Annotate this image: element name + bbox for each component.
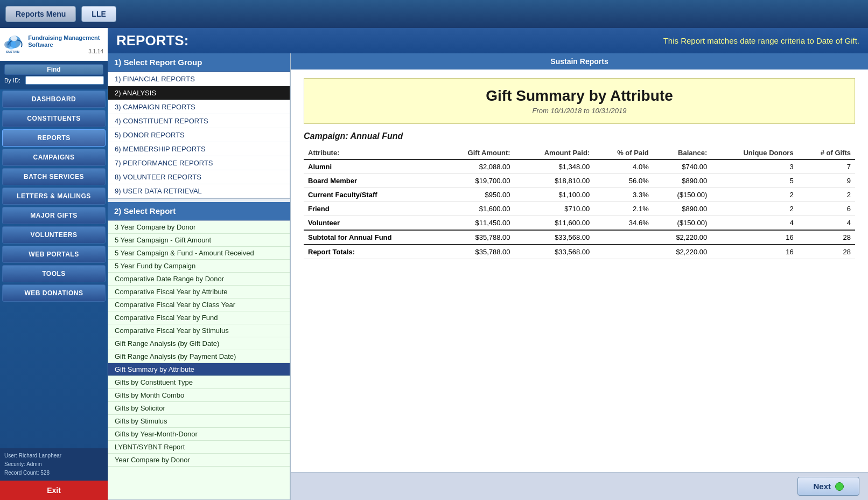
report-gifts-month[interactable]: Gifts by Month Combo [108,389,290,402]
report-5-year-fund-campaign[interactable]: 5 Year Fund by Campaign [108,260,290,273]
report-5-year-gift[interactable]: 5 Year Campaign - Gift Amount [108,234,290,247]
record-count-value: 528 [40,470,50,476]
logo-text: Fundraising Management Software [28,34,103,48]
bottom-bar: Next [291,472,868,500]
col-gift-amount: Gift Amount: [439,147,515,159]
sidebar-item-volunteers[interactable]: VOLUNTEERS [2,226,106,244]
col-amount-paid: Amount Paid: [515,147,594,159]
group-volunteer[interactable]: 8) VOLUNTEER REPORTS [108,170,290,184]
report-3-year[interactable]: 3 Year Compare by Donor [108,221,290,234]
cell-gift-amount: $2,088.00 [439,159,515,174]
cell-attribute: Alumni [304,159,439,174]
sidebar-item-letters-mailings[interactable]: LETTERS & MAILINGS [2,188,106,205]
cell-gift-amount: $11,450.00 [439,216,515,231]
sidebar-item-batch-services[interactable]: BATCH SERVICES [2,168,106,185]
group-membership[interactable]: 6) MEMBERSHIP REPORTS [108,142,290,156]
subtotal-pct-paid [594,230,653,245]
report-lybnt[interactable]: LYBNT/SYBNT Report [108,441,290,454]
sidebar-item-major-gifts[interactable]: MAJOR GIFTS [2,207,106,224]
cell-balance: $890.00 [653,174,712,188]
cell-unique-donors: 5 [711,174,797,188]
sidebar-item-web-donations[interactable]: WEB DONATIONS [2,284,106,302]
find-button[interactable]: Find [4,64,103,75]
cell-pct-paid: 2.1% [594,202,653,216]
group-performance[interactable]: 7) PERFORMANCE REPORTS [108,156,290,170]
report-comparative-fy-stimulus[interactable]: Comparative Fiscal Year by Stimulus [108,324,290,337]
cell-attribute: Current Faculty/Staff [304,188,439,202]
select-report-header: 2) Select Report [108,202,290,220]
group-analysis[interactable]: 2) ANALYSIS [108,86,290,100]
top-bar: Reports Menu LLE [0,0,868,28]
sidebar-item-web-portals[interactable]: WEB PORTALS [2,246,106,263]
security-value: Admin [26,461,41,467]
group-constituent[interactable]: 4) CONSTITUENT REPORTS [108,114,290,128]
subtotal-unique-donors: 16 [711,230,797,245]
report-comparative-fy-class[interactable]: Comparative Fiscal Year by Class Year [108,298,290,311]
cell-balance: ($150.00) [653,188,712,202]
report-gift-summary-attr[interactable]: Gift Summary by Attribute [108,363,290,376]
record-count-label: Record Count: [4,470,39,476]
sidebar-item-tools[interactable]: TOOLS [2,265,106,282]
report-group-list: 1) FINANCIAL REPORTS 2) ANALYSIS 3) CAMP… [108,72,290,199]
table-row: Current Faculty/Staff $950.00 $1,100.00 … [304,188,855,202]
group-financial[interactable]: 1) FINANCIAL REPORTS [108,72,290,86]
report-comparative-fy-attribute[interactable]: Comparative Fiscal Year by Attribute [108,286,290,298]
cell-amount-paid: $18,810.00 [515,174,594,188]
exit-button[interactable]: Exit [0,481,108,500]
report-table: Attribute: Gift Amount: Amount Paid: % o… [304,147,855,259]
group-donor[interactable]: 5) DONOR REPORTS [108,128,290,142]
group-campaign[interactable]: 3) CAMPAIGN REPORTS [108,100,290,114]
cell-unique-donors: 3 [711,159,797,174]
report-comparative-date[interactable]: Comparative Date Range by Donor [108,273,290,286]
group-user-data[interactable]: 9) USER DATA RETRIEVAL [108,184,290,198]
cell-amount-paid: $1,348.00 [515,159,594,174]
report-5-year-fund-amount[interactable]: 5 Year Campaign & Fund - Amount Received [108,247,290,260]
svg-point-2 [10,36,17,41]
totals-unique-donors: 16 [711,245,797,259]
cell-attribute: Volunteer [304,216,439,231]
cell-gift-amount: $1,600.00 [439,202,515,216]
totals-pct-paid [594,245,653,259]
report-main-title: Gift Summary by Attribute [313,87,846,105]
reports-notice: This Report matches date range criteria … [663,36,859,45]
by-id-row: By ID: [4,76,103,85]
cell-balance: $890.00 [653,202,712,216]
cell-pct-paid: 34.6% [594,216,653,231]
report-gift-range-payment[interactable]: Gift Range Analysis (by Payment Date) [108,350,290,363]
cell-num-gifts: 6 [798,202,855,216]
table-row: Volunteer $11,450.00 $11,600.00 34.6% ($… [304,216,855,231]
cell-gift-amount: $950.00 [439,188,515,202]
sidebar-item-reports[interactable]: REPORTS [2,129,106,147]
logo-area: SUSTAIN Fundraising Management Software … [0,28,108,61]
report-gift-range-date[interactable]: Gift Range Analysis (by Gift Date) [108,337,290,350]
report-comparative-fy-fund[interactable]: Comparative Fiscal Year by Fund [108,311,290,324]
cell-unique-donors: 4 [711,216,797,231]
table-header-row: Attribute: Gift Amount: Amount Paid: % o… [304,147,855,159]
col-balance: Balance: [653,147,712,159]
security-label: Security: [4,461,25,467]
sidebar-item-constituents[interactable]: CONSTITUENTS [2,110,106,127]
report-gifts-year-month[interactable]: Gifts by Year-Month-Donor [108,428,290,441]
next-label: Next [813,482,831,491]
cell-unique-donors: 2 [711,188,797,202]
svg-point-3 [4,41,11,48]
report-gifts-stimulus[interactable]: Gifts by Stimulus [108,415,290,428]
reports-menu-button[interactable]: Reports Menu [5,6,76,22]
subtotal-label: Subtotal for Annual Fund [304,230,439,245]
next-button[interactable]: Next [797,477,859,496]
by-id-input[interactable] [25,76,104,85]
lle-button[interactable]: LLE [81,6,116,22]
report-gifts-constituent[interactable]: Gifts by Constituent Type [108,376,290,389]
cell-unique-donors: 2 [711,202,797,216]
cell-num-gifts: 9 [798,174,855,188]
cell-pct-paid: 56.0% [594,174,653,188]
sidebar-item-dashboard[interactable]: DASHBOARD [2,91,106,108]
next-indicator [835,482,844,491]
report-year-compare[interactable]: Year Compare by Donor [108,454,290,467]
totals-num-gifts: 28 [798,245,855,259]
content-area: REPORTS: This Report matches date range … [108,28,868,500]
sidebar: SUSTAIN Fundraising Management Software … [0,28,108,500]
report-gifts-solicitor[interactable]: Gifts by Solicitor [108,402,290,415]
sidebar-item-campaigns[interactable]: CAMPAIGNS [2,149,106,166]
cell-attribute: Friend [304,202,439,216]
